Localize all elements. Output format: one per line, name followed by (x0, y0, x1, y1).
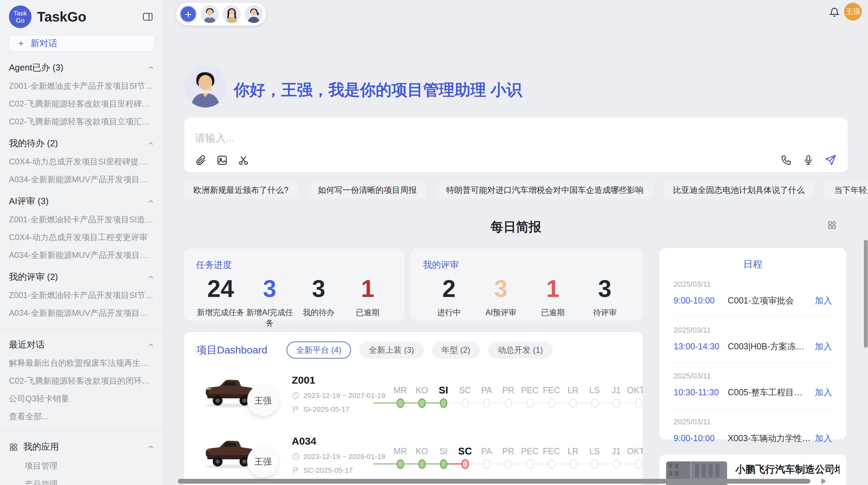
section-title: AI评审 (3) (9, 195, 49, 207)
metric-label: 已逾期 (343, 307, 392, 318)
suggestion-chip[interactable]: 欧洲新规最近颁布了什么? (184, 182, 298, 198)
briefing-layout-button[interactable] (827, 220, 837, 230)
agent-avatar-1[interactable] (201, 5, 219, 23)
section-header-recent-chats[interactable]: 最近对话 (9, 339, 155, 351)
milestone-dot-pa[interactable] (483, 398, 491, 408)
list-item[interactable]: C02-飞腾新能源轻客改款项目立项汇报方案 (9, 116, 155, 127)
sidebar-item-product-mgmt[interactable]: 产品管理 (25, 479, 155, 485)
milestone-dot-ko[interactable] (418, 459, 426, 469)
milestone-label-mr: MR (389, 383, 411, 398)
mic-icon[interactable] (803, 154, 814, 166)
milestone-dot-lr[interactable] (569, 459, 577, 469)
tab-new-platform[interactable]: 全新平台 (4) (287, 341, 351, 359)
join-meeting-link[interactable]: 加入 (815, 295, 832, 306)
milestone-dot-ls[interactable] (591, 459, 599, 469)
milestone-label-fec: FEC (541, 383, 562, 398)
milestone-dot-fec[interactable] (548, 459, 555, 469)
milestone-dot-pec[interactable] (526, 398, 534, 408)
list-item[interactable]: C0X4-动力总成开发项目工程变更评审 (9, 232, 155, 243)
tab-powertrain[interactable]: 动总开发 (1) (488, 341, 553, 359)
agent-avatar-2[interactable] (223, 5, 241, 23)
join-meeting-link[interactable]: 加入 (815, 341, 832, 352)
suggestion-chip[interactable]: 比亚迪全固态电池计划具体说了什么 (663, 182, 814, 198)
milestone-label-si: SI (433, 444, 454, 459)
schedule-item: 2025/03/11 10:30-11:30 C005-整车工程目标评审 加入 (674, 363, 832, 409)
tab-model-year[interactable]: 年型 (2) (432, 341, 480, 359)
chevron-up-icon (147, 64, 155, 72)
list-item[interactable]: Z001-全新燃油轻卡产品开发项目SI节点属性5D文件评审 (9, 290, 155, 301)
milestone-dot-pa[interactable] (483, 459, 491, 469)
suggestion-chip[interactable]: 当下年轻人对汽车外观有怎样的喜好趋势 (824, 182, 868, 198)
flag-icon (292, 466, 300, 474)
milestone-label-fec: FEC (541, 444, 562, 459)
milestone-dot-pr[interactable] (505, 459, 512, 469)
join-meeting-link[interactable]: 加入 (815, 433, 832, 444)
metric-value: 1 (527, 276, 579, 302)
milestone-dot-sc[interactable] (461, 398, 469, 408)
milestone-dot-pec[interactable] (526, 459, 534, 469)
milestone-dot-si[interactable] (440, 459, 447, 469)
section-header-my-review[interactable]: 我的评审 (2) (9, 271, 155, 283)
milestone-dot-j1[interactable] (613, 398, 620, 408)
project-dates: 2023-12-19 ~ 2026-01-19 (303, 452, 385, 461)
milestone-label-j1: J1 (605, 444, 627, 459)
milestone-dot-ls[interactable] (591, 398, 599, 408)
sidebar-collapse-button[interactable] (141, 10, 155, 24)
user-avatar[interactable]: 王强 (844, 3, 862, 21)
milestone-dot-mr[interactable] (397, 398, 404, 408)
notification-bell-button[interactable] (829, 7, 840, 18)
paperclip-icon[interactable] (195, 154, 207, 166)
view-all-chats-link[interactable]: 查看全部... (9, 411, 155, 422)
project-row[interactable]: 王强 A034 2023-12-19 ~ 2026-01-19 SC (196, 429, 630, 481)
milestone-dot-sc[interactable] (461, 459, 469, 469)
milestone-dot-mr[interactable] (397, 459, 404, 469)
agent-avatar-3[interactable] (245, 5, 263, 23)
image-icon[interactable] (216, 154, 228, 166)
milestone-dot-pr[interactable] (505, 398, 512, 408)
project-code: Z001 (292, 374, 389, 386)
section-header-agent-done[interactable]: Agent已办 (3) (9, 62, 155, 74)
tab-new-body[interactable]: 全新上装 (3) (359, 341, 424, 359)
milestone-dot-oktb[interactable] (635, 459, 642, 469)
milestone-dot-j1[interactable] (613, 459, 620, 469)
list-item[interactable]: A034-全新新能源MUV产品开发项目造型可行性评审 (9, 308, 155, 319)
sidebar-item-my-apps[interactable]: 我的应用 (9, 441, 155, 453)
scroll-right-arrow[interactable] (821, 478, 826, 484)
section-header-ai-review[interactable]: AI评审 (3) (9, 195, 155, 207)
chat-input-box[interactable]: 请输入... (184, 117, 848, 173)
milestone-dot-lr[interactable] (569, 398, 577, 408)
list-item[interactable]: 公司Q3轻卡销量 (9, 393, 155, 404)
send-icon[interactable] (824, 154, 837, 166)
milestone-dot-oktb[interactable] (635, 398, 642, 408)
join-meeting-link[interactable]: 加入 (815, 387, 832, 398)
scroll-down-arrow[interactable] (830, 467, 836, 472)
suggestion-chip[interactable]: 特朗普可能对进口汽车增税会对中国车企造成哪些影响 (436, 182, 653, 198)
sidebar-item-project-mgmt[interactable]: 项目管理 (25, 460, 155, 471)
milestone-dot-ko[interactable] (418, 398, 426, 408)
add-conversation-button[interactable]: ＋ (180, 5, 197, 23)
list-item[interactable]: Z001-全新燃油皮卡产品开发项目SI节点Lesson Learn报告 (9, 80, 155, 91)
milestone-dot-si[interactable] (440, 398, 447, 408)
milestone-timeline: MRKOSISCPAPRPECFECLRLSJ1OKTB (389, 378, 643, 410)
list-item[interactable]: 解释最新出台的欧盟报废车法规再生塑料比例被调至15%... (9, 358, 155, 369)
vertical-scrollbar[interactable] (864, 240, 868, 348)
milestone-timeline: MRKOSISCPAPRPECFECLRLSJ1OKTB (389, 439, 643, 471)
news-title: 小鹏飞行汽车制造公司增资 (735, 463, 840, 476)
suggestion-chip[interactable]: 如何写一份清晰的项目周报 (308, 182, 426, 198)
list-item[interactable]: C02-飞腾新能源轻客改款项目的闭环通告反馈情况 (9, 375, 155, 386)
list-item[interactable]: C0X4-动力总成开发项目SI里程碑提交物检查 (9, 156, 155, 167)
phone-icon[interactable] (781, 154, 792, 166)
list-item[interactable]: A034-全新新能源MUV产品开发项目计划变更表编写 (9, 174, 155, 185)
schedule-item: 2025/03/11 9:00-10:00 C001-立项审批会 加入 (674, 271, 832, 317)
new-chat-button[interactable]: ＋ 新对话 (9, 35, 155, 51)
clock-icon (292, 391, 300, 400)
list-item[interactable]: Z001-全新燃油轻卡产品开发项目SI造型提交物评审 (9, 214, 155, 225)
horizontal-scrollbar[interactable] (178, 479, 810, 484)
scissors-icon[interactable] (238, 154, 249, 166)
milestone-dot-fec[interactable] (548, 398, 555, 408)
list-item[interactable]: C02-飞腾新能源轻客改款项目里程碑画布 (9, 98, 155, 109)
dashboard-title: 项目Dashboard (196, 343, 267, 357)
section-header-my-todo[interactable]: 我的待办 (2) (9, 137, 155, 149)
project-row[interactable]: 王强 Z001 2023-12-19 ~ 2027-01-19 SI (196, 368, 630, 420)
list-item[interactable]: A034-全新新能源MUV产品开发项目法规符合性评审 (9, 250, 155, 261)
